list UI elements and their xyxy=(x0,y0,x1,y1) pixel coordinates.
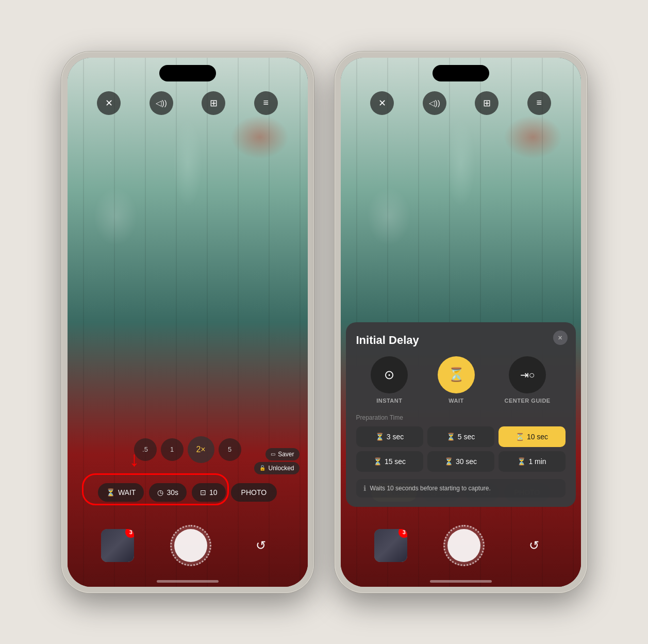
hourglass-5s: ⏳ xyxy=(446,433,455,441)
zoom-5-btn[interactable]: 5 xyxy=(219,438,241,461)
sound-icon-2: ◁)) xyxy=(429,98,440,108)
modal-close-btn[interactable]: × xyxy=(553,331,568,345)
time-grid: ⏳ 3 sec ⏳ 5 sec ⏳ 10 sec ⏳ xyxy=(356,426,566,472)
phone-2-inner: ✕ ◁)) ⊞ ≡ Initial Delay × xyxy=(341,58,581,587)
time-10sec-btn[interactable]: ⏳ 10 sec xyxy=(499,426,566,447)
photo-pill-1[interactable]: PHOTO xyxy=(231,483,277,502)
hourglass-3s: ⏳ xyxy=(375,433,384,441)
hourglass-10s: ⏳ xyxy=(516,433,524,441)
hourglass-15s: ⏳ xyxy=(373,457,382,466)
zoom-1-btn[interactable]: 1 xyxy=(161,438,184,461)
phones-container: ✕ ◁)) ⊞ ≡ .5 1 2× 5 xyxy=(51,41,597,603)
shutter-btn-2[interactable] xyxy=(443,525,485,566)
hourglass-30s: ⏳ xyxy=(444,457,453,466)
dynamic-island-1 xyxy=(159,65,216,81)
time-15sec-btn[interactable]: ⏳ 15 sec xyxy=(356,451,423,472)
flip-icon-2: ↺ xyxy=(529,538,539,553)
curtain-lines-1 xyxy=(68,58,308,587)
time-30sec-btn[interactable]: ⏳ 30 sec xyxy=(427,451,494,472)
wait-mode-circle: ⏳ xyxy=(438,356,475,393)
time-3sec-btn[interactable]: ⏳ 3 sec xyxy=(356,426,423,447)
time-5sec-label: 5 sec xyxy=(458,433,475,441)
flip-icon-1: ↺ xyxy=(256,538,266,553)
phone-1-inner: ✕ ◁)) ⊞ ≡ .5 1 2× 5 xyxy=(68,58,308,587)
shutter-inner-1 xyxy=(174,529,207,562)
prep-time-label: Preparation Time xyxy=(356,414,566,421)
shutter-inner-2 xyxy=(447,529,480,562)
grid-icon-1: ⊞ xyxy=(210,97,218,109)
time-3sec-label: 3 sec xyxy=(387,433,404,441)
info-icon: ℹ xyxy=(363,484,366,492)
wait-mode-item[interactable]: ⏳ WAIT xyxy=(438,356,475,404)
phone-2-frame: ✕ ◁)) ⊞ ≡ Initial Delay × xyxy=(335,52,587,593)
sound-icon-1: ◁)) xyxy=(156,98,167,108)
mode-icons-row: ⊙ INSTANT ⏳ WAIT ⇥○ xyxy=(356,356,566,404)
center-guide-icon: ⇥○ xyxy=(520,369,535,381)
phone-2: ✕ ◁)) ⊞ ≡ Initial Delay × xyxy=(335,52,587,593)
photo-label-1: PHOTO xyxy=(241,488,267,497)
instant-icon: ⊙ xyxy=(384,368,394,382)
home-indicator-1 xyxy=(157,580,219,583)
instant-mode-circle: ⊙ xyxy=(371,356,408,393)
modal-title: Initial Delay xyxy=(356,334,566,347)
grid-icon-2: ⊞ xyxy=(483,97,491,109)
flash-icon-1: ✕ xyxy=(105,97,113,109)
close-icon: × xyxy=(558,334,562,342)
time-1min-btn[interactable]: ⏳ 1 min xyxy=(499,451,566,472)
initial-delay-modal: Initial Delay × ⊙ INSTANT xyxy=(346,322,576,507)
center-guide-label: CENTER GUIDE xyxy=(505,398,551,404)
menu-icon-1: ≡ xyxy=(263,97,269,108)
menu-btn-2[interactable]: ≡ xyxy=(527,91,551,115)
wait-icon: ⏳ xyxy=(448,367,464,383)
info-text: Waits 10 seconds before starting to capt… xyxy=(370,485,491,492)
grid-btn-2[interactable]: ⊞ xyxy=(475,91,499,115)
time-15sec-label: 15 sec xyxy=(385,457,406,466)
wait-mode-label: WAIT xyxy=(448,398,464,404)
zoom-2x-btn[interactable]: 2× xyxy=(188,436,214,463)
saver-icon: ▭ xyxy=(271,451,275,457)
thumbnail-2[interactable]: 3 xyxy=(374,529,407,562)
flash-icon-2: ✕ xyxy=(378,97,386,109)
instant-mode-item[interactable]: ⊙ INSTANT xyxy=(371,356,408,404)
time-5sec-btn[interactable]: ⏳ 5 sec xyxy=(427,426,494,447)
thumbnail-1[interactable]: 3 xyxy=(101,529,134,562)
hourglass-1m: ⏳ xyxy=(517,457,526,466)
flash-btn-2[interactable]: ✕ xyxy=(370,91,394,115)
top-toolbar-2: ✕ ◁)) ⊞ ≡ xyxy=(341,91,581,115)
dynamic-island-2 xyxy=(433,65,489,81)
time-1min-label: 1 min xyxy=(528,457,546,466)
phone-1: ✕ ◁)) ⊞ ≡ .5 1 2× 5 xyxy=(61,52,314,593)
flip-btn-1[interactable]: ↺ xyxy=(248,533,274,558)
red-arrow: ↓ xyxy=(129,449,140,469)
camera-bottom-2: 3 ↺ xyxy=(341,525,581,566)
shutter-btn-1[interactable] xyxy=(170,525,211,566)
unlocked-label: Unlocked xyxy=(268,465,294,472)
home-indicator-2 xyxy=(430,580,492,583)
menu-btn-1[interactable]: ≡ xyxy=(254,91,278,115)
sound-btn-1[interactable]: ◁)) xyxy=(149,91,173,115)
flip-btn-2[interactable]: ↺ xyxy=(521,533,547,558)
time-10sec-label: 10 sec xyxy=(527,433,548,441)
red-highlight-box xyxy=(82,473,229,505)
camera-view-1 xyxy=(68,58,308,587)
saver-badge: ▭ Saver xyxy=(265,448,299,460)
camera-bottom-1: 3 ↺ xyxy=(68,525,308,566)
saver-label: Saver xyxy=(278,451,294,458)
unlocked-badge: 🔓 Unlocked xyxy=(254,462,299,474)
top-toolbar-1: ✕ ◁)) ⊞ ≡ xyxy=(68,91,308,115)
instant-label: INSTANT xyxy=(376,398,402,404)
sound-btn-2[interactable]: ◁)) xyxy=(423,91,446,115)
info-row: ℹ Waits 10 seconds before starting to ca… xyxy=(356,479,566,498)
lock-icon: 🔓 xyxy=(259,465,265,471)
time-30sec-label: 30 sec xyxy=(456,457,477,466)
center-guide-mode-item[interactable]: ⇥○ CENTER GUIDE xyxy=(505,356,551,404)
grid-btn-1[interactable]: ⊞ xyxy=(202,91,225,115)
flash-btn-1[interactable]: ✕ xyxy=(97,91,121,115)
menu-icon-2: ≡ xyxy=(536,97,542,108)
center-guide-circle: ⇥○ xyxy=(509,356,546,393)
phone-1-frame: ✕ ◁)) ⊞ ≡ .5 1 2× 5 xyxy=(61,52,314,593)
